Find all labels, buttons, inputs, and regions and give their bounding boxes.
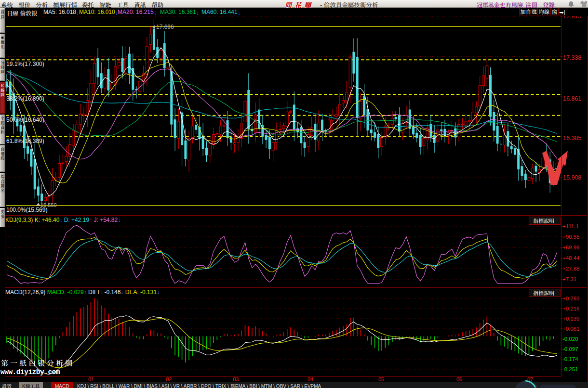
svg-text:02: 02: [166, 376, 172, 382]
svg-text:第一紙白银分析網: 第一紙白银分析網: [1, 358, 74, 368]
svg-text:-0.020: -0.020: [562, 336, 578, 342]
svg-text:+0.061: +0.061: [562, 326, 580, 332]
svg-text:+0.293: +0.293: [562, 296, 580, 301]
svg-text:www.diyizby.com: www.diyizby.com: [0, 368, 60, 376]
svg-text:指標說明: 指標說明: [533, 289, 554, 297]
svg-text:16.861: 16.861: [563, 95, 581, 102]
svg-text:05: 05: [378, 376, 384, 382]
svg-text:50.0%(16.640): 50.0%(16.640): [6, 116, 44, 123]
svg-text:38.2%(16.890): 38.2%(16.890): [6, 95, 44, 102]
svg-text:17.696: 17.696: [156, 24, 174, 30]
svg-text:03: 03: [233, 376, 239, 382]
svg-text:16.385: 16.385: [563, 135, 581, 142]
svg-text:07: 07: [527, 376, 533, 382]
svg-text:+69.99: +69.99: [562, 245, 580, 250]
svg-text:15.908: 15.908: [563, 174, 581, 181]
svg-text:17.338: 17.338: [563, 54, 581, 61]
svg-text:+90.55: +90.55: [562, 234, 580, 240]
svg-text:+0.139: +0.139: [562, 316, 580, 322]
svg-text:MACD(12,26,9) MACD: -0.029↑ DI: MACD(12,26,9) MACD: -0.029↑ DIFF: -0.146…: [5, 289, 160, 296]
svg-text:KDJ(9,3,3) K: +46.40↓ D: +42.1: KDJ(9,3,3) K: +46.40↓ D: +42.19↑ J: +54.…: [5, 217, 120, 223]
svg-text:19.1%(17.300): 19.1%(17.300): [6, 61, 44, 67]
svg-text:指標說明: 指標說明: [533, 217, 554, 224]
svg-text:+48.44: +48.44: [562, 255, 580, 261]
svg-text:01: 01: [88, 376, 94, 382]
svg-text:04: 04: [307, 376, 313, 382]
svg-text:06: 06: [456, 376, 462, 382]
svg-text:+0.216: +0.216: [562, 306, 580, 311]
svg-text:+7.31: +7.31: [562, 276, 576, 282]
svg-text:-0.251: -0.251: [562, 366, 578, 372]
svg-text:-0.174: -0.174: [562, 356, 578, 362]
svg-text:-0.097: -0.097: [562, 346, 578, 352]
svg-text:61.8%(16.389): 61.8%(16.389): [6, 138, 44, 144]
svg-text:+111.1: +111.1: [562, 223, 579, 229]
svg-text:100.0%(15.569): 100.0%(15.569): [6, 207, 47, 213]
svg-text:+27.88: +27.88: [562, 266, 580, 272]
